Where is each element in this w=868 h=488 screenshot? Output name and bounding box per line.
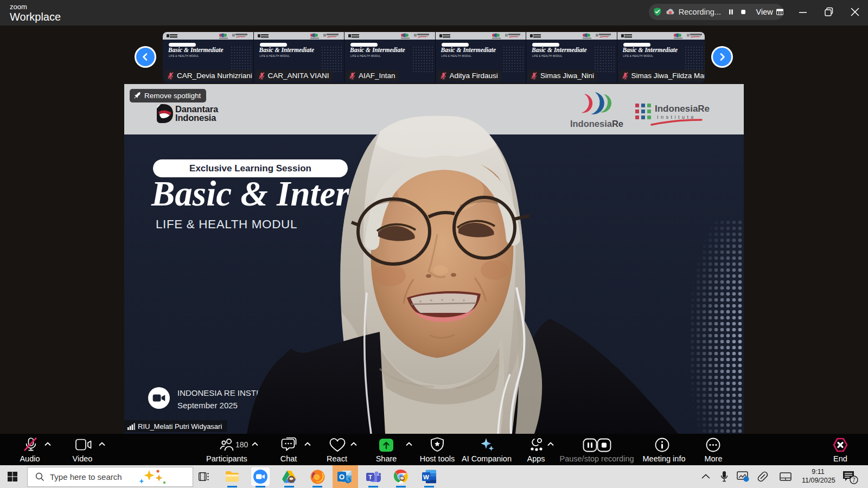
svg-text:T: T bbox=[368, 473, 372, 480]
svg-text:W: W bbox=[423, 474, 429, 480]
svg-text:7: 7 bbox=[852, 477, 856, 483]
svg-text:O: O bbox=[339, 473, 344, 481]
